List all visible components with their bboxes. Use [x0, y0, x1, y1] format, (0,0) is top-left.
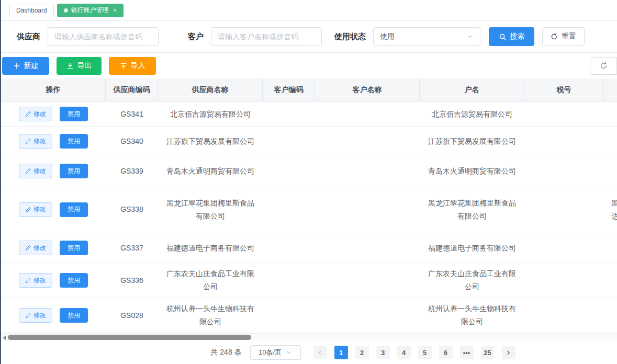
- scrollbar-left-arrow-icon[interactable]: [3, 336, 6, 340]
- tab-dashboard-label: Dashboard: [16, 7, 47, 14]
- customer-filter-label: 客户: [188, 32, 204, 42]
- customer-name-cell: [315, 311, 420, 320]
- edit-pencil-icon: [25, 111, 31, 117]
- edit-button[interactable]: 修改: [19, 134, 52, 149]
- row-actions-cell: 修改 禁用: [1, 103, 106, 126]
- scrollbar-thumb[interactable]: [8, 335, 251, 340]
- table-header-cell: 供应商编码: [106, 78, 158, 101]
- bank-cell-clipped: 黑 达: [604, 192, 617, 227]
- edit-button[interactable]: 修改: [19, 107, 52, 121]
- table-row: 修改 禁用 GS337 福建德道电子商务有限公司 福建德道电子商务有限公司: [1, 233, 617, 263]
- page-number-button[interactable]: 3: [376, 346, 390, 359]
- tax-number-cell: [524, 311, 604, 320]
- table-header-cell: [604, 78, 617, 101]
- table-header-row: 操作 供应商编码 供应商名称 客户编码 客户名称 户名 税号: [1, 78, 617, 102]
- customer-name-cell: [315, 206, 420, 214]
- table-row: 修改 禁用 GS336 广东农夫山庄食品工业有限公司 广东农夫山庄食品工业有限公…: [1, 263, 617, 298]
- customer-input[interactable]: [211, 27, 322, 46]
- status-select[interactable]: 使用: [373, 27, 480, 46]
- edit-pencil-icon: [25, 245, 31, 251]
- new-button[interactable]: 新建: [2, 57, 49, 75]
- page-number-button[interactable]: 4: [397, 346, 411, 359]
- customer-code-cell: [263, 110, 315, 118]
- table-body: 修改 禁用 GS341 北京佰吉源贸易有限公司 北京佰吉源贸易有限公司: [1, 102, 617, 333]
- table-header-cell: 操作: [1, 78, 106, 101]
- import-button-label: 导入: [131, 61, 145, 71]
- table-header-cell: 户名: [420, 78, 524, 101]
- edit-pencil-icon: [25, 168, 31, 174]
- bank-cell-clipped: [604, 244, 617, 252]
- action-toolbar: 新建 导出 导入: [1, 53, 617, 78]
- accounts-table: 操作 供应商编码 供应商名称 客户编码 客户名称 户名 税号: [1, 78, 617, 333]
- account-name-cell: 北京佰吉源贸易有限公司: [420, 104, 524, 125]
- search-button[interactable]: 搜索: [489, 27, 534, 46]
- prev-page-button[interactable]: [313, 346, 327, 359]
- search-icon: [499, 33, 507, 41]
- chevron-down-icon: [286, 349, 292, 356]
- supplier-code-cell: GS336: [106, 270, 158, 291]
- page-number-button[interactable]: 25: [481, 346, 495, 359]
- account-name-cell: 广东农夫山庄食品工业有限公司: [420, 263, 524, 298]
- reset-button[interactable]: 重置: [542, 27, 585, 46]
- supplier-name-cell: 北京佰吉源贸易有限公司: [158, 104, 263, 125]
- upload-icon: [120, 62, 127, 70]
- page-size-select[interactable]: 10条/页: [250, 345, 301, 360]
- tax-number-cell: [524, 244, 604, 252]
- disable-button[interactable]: 禁用: [60, 308, 88, 323]
- table-row: 修改 禁用 GS339 青岛木火通明商贸有限公司 青岛木火通明商贸有限公司: [1, 156, 617, 186]
- disable-button[interactable]: 禁用: [60, 202, 88, 217]
- row-actions-cell: 修改 禁用: [1, 269, 106, 292]
- edit-button[interactable]: 修改: [19, 164, 52, 178]
- page-size-value: 10条/页: [259, 348, 282, 357]
- edit-pencil-icon: [25, 138, 31, 144]
- table-row: 修改 禁用 GS338 黑龙江翠花集团梅里斯食品有限公司 黑龙江翠花集团梅里斯食…: [1, 186, 617, 233]
- plus-icon: [13, 62, 20, 70]
- pagination-bar: 共 248 条 10条/页 1 2 3: [1, 341, 617, 364]
- disable-button[interactable]: 禁用: [60, 164, 88, 178]
- import-button[interactable]: 导入: [109, 57, 156, 75]
- edit-button[interactable]: 修改: [19, 202, 52, 217]
- customer-code-cell: [263, 244, 315, 252]
- edit-button[interactable]: 修改: [19, 308, 52, 323]
- export-button[interactable]: 导出: [57, 57, 102, 75]
- tab-bank-accounts[interactable]: 银行账户管理 ×: [57, 4, 124, 17]
- supplier-input[interactable]: [48, 27, 159, 46]
- table-refresh-button[interactable]: [590, 57, 617, 75]
- filter-bar: 供应商 客户 使用状态 使用 搜索 重置: [1, 21, 617, 53]
- close-tab-icon[interactable]: ×: [113, 7, 117, 14]
- page-number-button[interactable]: 2: [355, 346, 369, 359]
- disable-button[interactable]: 禁用: [60, 107, 88, 121]
- next-page-button[interactable]: [502, 346, 515, 359]
- page-number-button[interactable]: 5: [418, 346, 432, 359]
- customer-code-cell: [263, 311, 315, 320]
- table-row: 修改 禁用 GS340 江苏旗下贸易发展有限公司 江苏旗下贸易发展有限公司: [1, 127, 617, 156]
- customer-name-cell: [315, 167, 420, 175]
- bank-cell-clipped: [604, 110, 617, 118]
- account-name-cell: 黑龙江翠花集团梅里斯食品有限公司: [420, 192, 524, 227]
- customer-code-cell: [263, 137, 315, 145]
- disable-button[interactable]: 禁用: [60, 273, 88, 288]
- row-actions-cell: 修改 禁用: [1, 160, 106, 183]
- account-name-cell: 江苏旗下贸易发展有限公司: [420, 131, 524, 152]
- page-number-button[interactable]: •••: [460, 346, 474, 359]
- refresh-icon: [600, 62, 608, 70]
- supplier-name-cell: 福建德道电子商务有限公司: [158, 237, 263, 259]
- page-buttons: 1 2 3 4 5 6 ••• 25: [313, 346, 515, 359]
- bank-account-management-page: Dashboard 银行账户管理 × 供应商 客户 使用状态 使用 搜索: [1, 0, 617, 364]
- bank-cell-clipped: [604, 137, 617, 145]
- disable-button[interactable]: 禁用: [60, 134, 88, 149]
- supplier-name-cell: 青岛木火通明商贸有限公司: [158, 161, 263, 182]
- tab-dashboard[interactable]: Dashboard: [9, 4, 54, 17]
- edit-pencil-icon: [25, 312, 31, 318]
- chevron-down-icon: [466, 33, 474, 40]
- bank-cell-clipped: [604, 167, 617, 175]
- page-number-button[interactable]: 6: [439, 346, 453, 359]
- page-number-button[interactable]: 1: [334, 346, 348, 359]
- horizontal-scrollbar[interactable]: [1, 333, 617, 341]
- edit-button[interactable]: 修改: [19, 241, 52, 255]
- tax-number-cell: [524, 137, 604, 145]
- edit-button[interactable]: 修改: [19, 273, 52, 288]
- status-select-value: 使用: [380, 32, 395, 41]
- edit-pencil-icon: [25, 277, 31, 283]
- disable-button[interactable]: 禁用: [60, 241, 88, 255]
